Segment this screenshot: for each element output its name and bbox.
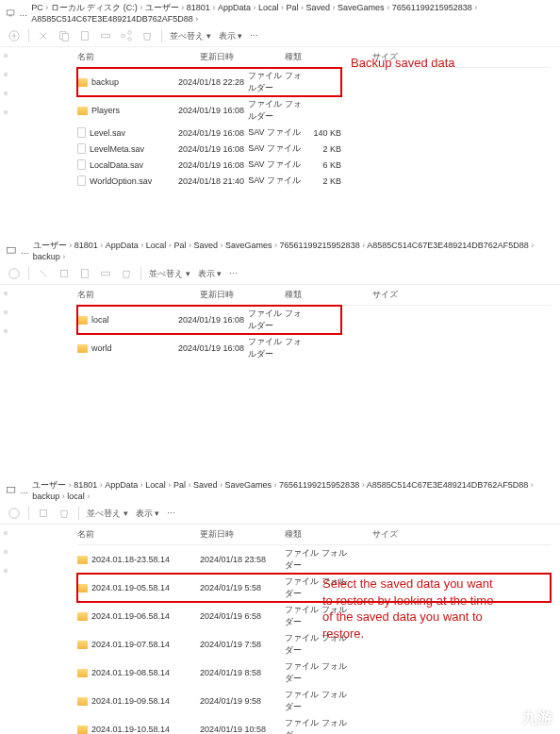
- breadcrumb-item[interactable]: Local: [146, 241, 167, 250]
- list-item[interactable]: Players 2024/01/19 16:08 ファイル フォルダー: [77, 96, 341, 125]
- column-headers[interactable]: 名前 更新日時 種類 サイズ: [77, 47, 551, 68]
- item-size: 2 KB: [303, 176, 341, 186]
- svg-point-11: [4, 73, 8, 77]
- breadcrumb-item[interactable]: 76561199215952838: [392, 3, 472, 12]
- breadcrumb-item[interactable]: PC: [31, 3, 43, 12]
- breadcrumb-item[interactable]: 76561199215952838: [280, 241, 360, 250]
- header-name[interactable]: 名前: [77, 51, 200, 63]
- header-date[interactable]: 更新日時: [200, 51, 285, 63]
- item-date: 2024/01/19 9:58: [200, 696, 285, 706]
- breadcrumb-item[interactable]: 81801: [74, 241, 98, 250]
- list-item[interactable]: WorldOption.sav 2024/01/18 21:40 SAV ファイ…: [77, 173, 341, 189]
- list-item[interactable]: 2024.01.18-23.58.14 2024/01/18 23:58 ファイ…: [77, 545, 551, 574]
- item-name: 2024.01.19-06.58.14: [91, 611, 170, 621]
- rename-icon[interactable]: [99, 29, 112, 42]
- breadcrumb[interactable]: …ユーザー › 81801 › AppData › Local › Pal › …: [0, 477, 560, 503]
- item-type: SAV ファイル: [248, 142, 303, 155]
- copy-icon[interactable]: [58, 267, 71, 280]
- file-icon: [77, 159, 86, 170]
- folder-icon: [77, 726, 88, 734]
- view-button[interactable]: 表示 ▾: [136, 508, 160, 520]
- breadcrumb-item[interactable]: A8585C514C67E3E489214DB762AF5D88: [31, 14, 193, 24]
- breadcrumb-item[interactable]: Pal: [286, 3, 298, 12]
- breadcrumb-item[interactable]: ユーザー: [145, 3, 179, 12]
- breadcrumb-item[interactable]: A8585C514C67E3E489214DB762AF5D88: [367, 241, 529, 250]
- more-button[interactable]: ⋯: [229, 269, 238, 278]
- list-item[interactable]: world 2024/01/19 16:08 ファイル フォルダー: [77, 334, 341, 362]
- new-icon[interactable]: [8, 507, 21, 520]
- sort-button[interactable]: 並べ替え ▾: [170, 30, 211, 42]
- more-button[interactable]: ⋯: [167, 509, 175, 518]
- sort-button[interactable]: 並べ替え ▾: [87, 508, 128, 520]
- breadcrumb-item[interactable]: Saved: [193, 241, 218, 250]
- breadcrumb-item[interactable]: local: [67, 492, 85, 501]
- breadcrumb-item[interactable]: SaveGames: [225, 241, 272, 250]
- svg-point-7: [122, 34, 125, 38]
- toolbar: 並べ替え ▾ 表示 ▾ ⋯: [0, 263, 560, 285]
- list-item[interactable]: LevelMeta.sav 2024/01/19 16:08 SAV ファイル …: [77, 141, 341, 157]
- delete-icon[interactable]: [120, 267, 133, 280]
- file-icon: [77, 175, 86, 186]
- breadcrumb-item[interactable]: SaveGames: [338, 3, 385, 12]
- copy-icon[interactable]: [58, 29, 71, 42]
- delete-icon[interactable]: [140, 29, 154, 42]
- column-headers[interactable]: 名前 更新日時 種類 サイズ: [77, 525, 551, 545]
- bc-root: …: [19, 8, 27, 18]
- item-name: 2024.01.19-07.58.14: [91, 640, 170, 649]
- svg-point-27: [4, 569, 8, 574]
- breadcrumb-item[interactable]: backup: [32, 492, 59, 501]
- cut-icon[interactable]: [37, 29, 50, 42]
- breadcrumb-item[interactable]: AppData: [105, 480, 138, 490]
- view-button[interactable]: 表示 ▾: [198, 268, 222, 280]
- list-item[interactable]: 2024.01.19-09.58.14 2024/01/19 9:58 ファイル…: [77, 687, 551, 715]
- list-item[interactable]: local 2024/01/19 16:08 ファイル フォルダー: [77, 306, 341, 334]
- delete-icon[interactable]: [58, 507, 71, 520]
- cut-icon[interactable]: [37, 267, 50, 280]
- paste-icon[interactable]: [78, 267, 91, 280]
- copy-icon[interactable]: [37, 507, 50, 520]
- breadcrumb-item[interactable]: AppData: [106, 241, 139, 250]
- paste-icon[interactable]: [78, 29, 91, 42]
- list-item[interactable]: backup 2024/01/18 22:28 ファイル フォルダー: [77, 68, 341, 96]
- item-name: 2024.01.19-05.58.14: [91, 583, 170, 592]
- pc-icon: [6, 485, 16, 496]
- breadcrumb-item[interactable]: 81801: [187, 3, 210, 12]
- item-type: ファイル フォルダー: [285, 547, 351, 572]
- breadcrumb-item[interactable]: ユーザー: [33, 241, 67, 250]
- breadcrumb-item[interactable]: AppData: [218, 3, 251, 12]
- breadcrumb-item[interactable]: SaveGames: [224, 480, 272, 490]
- sort-button[interactable]: 並べ替え ▾: [149, 268, 190, 280]
- breadcrumb-item[interactable]: Local: [258, 3, 279, 12]
- list-item[interactable]: 2024.01.19-08.58.14 2024/01/19 8:58 ファイル…: [77, 659, 551, 687]
- breadcrumb-item[interactable]: Local: [145, 480, 166, 490]
- new-icon[interactable]: [8, 29, 21, 42]
- breadcrumb-item[interactable]: Saved: [306, 3, 331, 12]
- svg-rect-4: [62, 33, 68, 41]
- breadcrumb-item[interactable]: Pal: [173, 480, 186, 490]
- breadcrumb[interactable]: … PC › ローカル ディスク (C:) › ユーザー › 81801 › A…: [0, 0, 560, 25]
- breadcrumb-item[interactable]: Pal: [173, 241, 186, 250]
- list-item[interactable]: 2024.01.19-10.58.14 2024/01/19 10:58 ファイ…: [77, 715, 551, 734]
- breadcrumb[interactable]: …ユーザー › 81801 › AppData › Local › Pal › …: [0, 238, 560, 263]
- list-item[interactable]: LocalData.sav 2024/01/19 16:08 SAV ファイル …: [77, 157, 341, 173]
- rename-icon[interactable]: [99, 267, 112, 280]
- annotation-restore: Select the saved data you want to restor…: [322, 576, 502, 642]
- list-item[interactable]: Level.sav 2024/01/19 16:08 SAV ファイル 140 …: [77, 125, 341, 141]
- breadcrumb-item[interactable]: 81801: [74, 480, 97, 490]
- breadcrumb-item[interactable]: Saved: [193, 480, 218, 490]
- header-type[interactable]: 種類: [285, 51, 351, 63]
- column-headers[interactable]: 名前 更新日時 種類 サイズ: [77, 285, 551, 306]
- svg-point-13: [4, 110, 8, 115]
- folder-icon: [77, 641, 88, 649]
- new-icon[interactable]: [8, 267, 21, 280]
- item-type: SAV ファイル: [248, 126, 303, 139]
- breadcrumb-item[interactable]: 76561199215952838: [279, 480, 359, 490]
- breadcrumb-item[interactable]: A8585C514C67E3E489214DB762AF5D88: [367, 480, 529, 490]
- breadcrumb-item[interactable]: ユーザー: [32, 480, 66, 490]
- view-button[interactable]: 表示 ▾: [219, 30, 243, 42]
- breadcrumb-item[interactable]: ローカル ディスク (C:): [51, 3, 138, 12]
- share-icon[interactable]: [120, 29, 133, 42]
- breadcrumb-item[interactable]: backup: [33, 252, 60, 261]
- more-button[interactable]: ⋯: [250, 31, 258, 41]
- svg-rect-1: [8, 15, 12, 16]
